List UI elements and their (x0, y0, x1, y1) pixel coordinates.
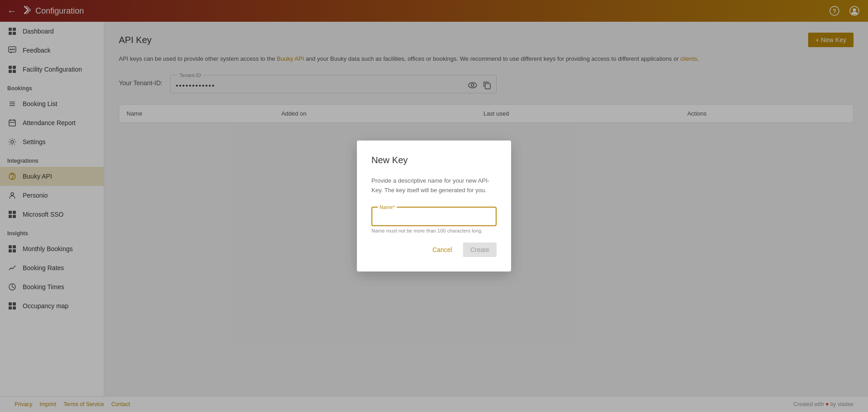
modal-title: New Key (371, 155, 497, 165)
new-key-modal: New Key Provide a descriptive name for y… (357, 141, 511, 271)
cancel-button[interactable]: Cancel (427, 242, 458, 257)
name-input[interactable] (378, 213, 490, 222)
name-fieldset: Name* (371, 204, 497, 226)
name-legend: Name* (378, 204, 397, 210)
name-hint: Name must not be more than 100 character… (371, 228, 497, 233)
create-button[interactable]: Create (463, 242, 497, 257)
modal-actions: Cancel Create (371, 242, 497, 257)
modal-description: Provide a descriptive name for your new … (371, 176, 497, 195)
modal-overlay[interactable]: New Key Provide a descriptive name for y… (0, 0, 868, 412)
modal-name-field: Name* Name must not be more than 100 cha… (371, 204, 497, 233)
